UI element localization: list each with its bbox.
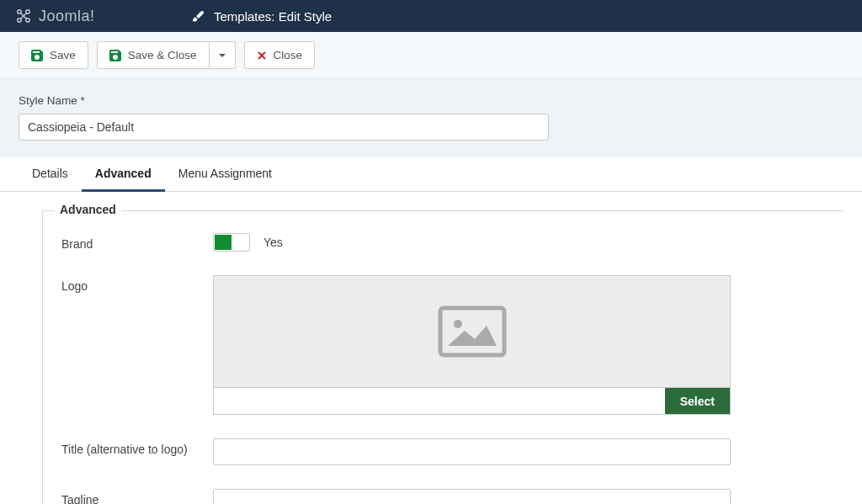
brand-toggle-state: Yes <box>263 236 283 249</box>
save-icon <box>109 50 121 61</box>
logo-select-button[interactable]: Select <box>665 388 730 414</box>
svg-point-0 <box>18 10 21 13</box>
brand-toggle[interactable] <box>213 233 250 252</box>
page-title-bar: Templates: Edit Style <box>180 0 862 32</box>
brand-text: Joomla! <box>39 8 95 25</box>
style-name-area: Style Name * <box>0 79 862 157</box>
tab-advanced[interactable]: Advanced <box>82 157 165 192</box>
tab-details[interactable]: Details <box>19 157 82 192</box>
row-tagline: Tagline <box>61 489 825 504</box>
tagline-input[interactable] <box>213 489 731 504</box>
row-logo: Logo Select <box>61 275 825 415</box>
style-name-label: Style Name * <box>19 94 843 107</box>
style-name-input[interactable] <box>19 114 549 141</box>
title-input[interactable] <box>213 438 731 465</box>
tab-bar: Details Advanced Menu Assignment <box>0 157 862 192</box>
brand-label: Brand <box>61 233 213 251</box>
tagline-label: Tagline <box>61 489 213 504</box>
logo-preview <box>214 276 730 387</box>
logo-path-input[interactable] <box>214 388 665 414</box>
close-button[interactable]: Close <box>244 41 316 69</box>
brush-icon <box>192 9 205 23</box>
save-close-group: Save & Close <box>97 41 236 69</box>
logo-label: Logo <box>61 275 213 293</box>
svg-rect-4 <box>440 308 504 355</box>
tab-content: Advanced Brand Yes Logo <box>0 192 862 504</box>
brand-logo-area: Joomla! <box>0 0 180 32</box>
save-close-dropdown[interactable] <box>210 41 236 69</box>
joomla-icon <box>15 8 32 24</box>
logo-input-row: Select <box>214 387 730 414</box>
save-icon <box>31 50 43 61</box>
save-button[interactable]: Save <box>19 41 88 69</box>
svg-point-2 <box>18 19 21 22</box>
app-header: Joomla! Templates: Edit Style <box>0 0 862 32</box>
advanced-fieldset: Advanced Brand Yes Logo <box>42 210 843 504</box>
logo-media-field: Select <box>213 275 731 415</box>
row-brand: Brand Yes <box>61 233 825 252</box>
svg-point-5 <box>454 320 462 328</box>
page-title: Templates: Edit Style <box>214 9 332 24</box>
title-label: Title (alternative to logo) <box>61 438 213 456</box>
fieldset-legend: Advanced <box>55 203 121 216</box>
chevron-down-icon <box>218 51 226 60</box>
svg-point-1 <box>26 10 29 13</box>
image-placeholder-icon <box>438 305 507 358</box>
save-close-button[interactable]: Save & Close <box>97 41 210 69</box>
action-toolbar: Save Save & Close Close <box>0 32 862 79</box>
svg-point-3 <box>26 19 29 22</box>
tab-menu-assignment[interactable]: Menu Assignment <box>165 157 285 192</box>
row-title: Title (alternative to logo) <box>61 438 825 465</box>
close-icon <box>257 50 267 61</box>
toggle-thumb <box>215 235 231 250</box>
